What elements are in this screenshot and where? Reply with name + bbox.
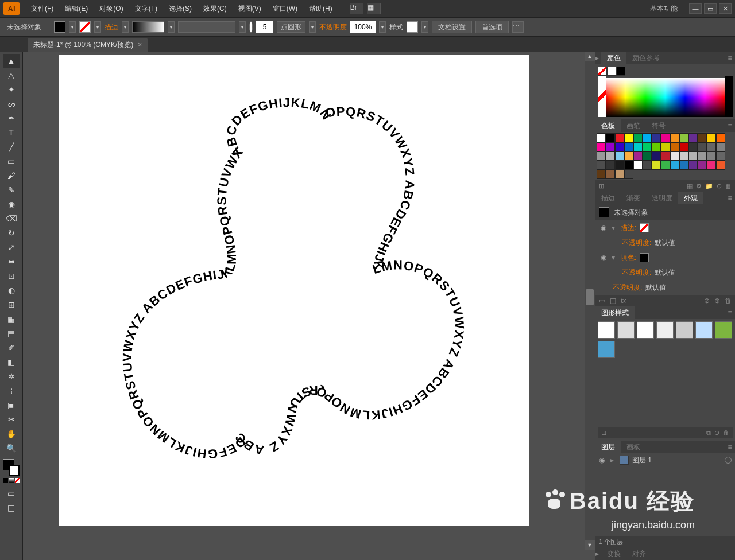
new-style-icon[interactable]: ⊕	[714, 429, 719, 437]
style-lib-icon[interactable]: ⊞	[601, 429, 606, 437]
swatch-cell[interactable]	[652, 161, 661, 170]
swatch-cell[interactable]	[679, 151, 688, 161]
slice-tool[interactable]: ✂	[3, 413, 20, 426]
swatch-cell[interactable]	[606, 133, 615, 142]
swatch-cell[interactable]	[688, 133, 698, 142]
zoom-tool[interactable]: 🔍	[3, 441, 20, 455]
path-text[interactable]: ABCDEFGHIJKLMNOPQRSTUVWXYZ ABCDEFGHIJKLM…	[59, 55, 467, 461]
swatch-cell[interactable]	[670, 151, 679, 161]
minimize-button[interactable]: —	[689, 3, 702, 14]
swatch-cell[interactable]	[679, 161, 688, 170]
overflow-icon[interactable]: ⋯	[512, 21, 524, 33]
color-tab[interactable]: 颜色	[601, 52, 626, 64]
no-fill-icon[interactable]	[598, 67, 607, 76]
scale-tool[interactable]: ⤢	[3, 240, 20, 254]
workspace-switcher[interactable]: 基本功能	[644, 4, 683, 14]
swatch-cell[interactable]	[652, 142, 661, 151]
stroke-dropdown[interactable]: ▾	[94, 21, 101, 33]
swatch-cell[interactable]	[643, 133, 652, 142]
color-spectrum[interactable]	[606, 78, 725, 117]
break-link-icon[interactable]: ⧉	[706, 429, 711, 437]
swatch-cell[interactable]	[670, 161, 679, 170]
panel-menu-icon[interactable]: ≡	[725, 54, 735, 62]
align-tab[interactable]: 对齐	[626, 547, 652, 560]
layer-row[interactable]: ◉ ▸ 图层 1	[595, 453, 735, 467]
stroke-profile[interactable]: 点圆形	[277, 21, 305, 33]
swatch-cell[interactable]	[670, 142, 679, 151]
bridge-icon[interactable]: Br	[350, 3, 363, 14]
swatch-cell[interactable]	[679, 133, 688, 142]
menu-type[interactable]: 文字(T)	[129, 4, 163, 14]
menu-edit[interactable]: 编辑(E)	[59, 4, 94, 14]
swatch-cell[interactable]	[606, 170, 615, 179]
graphic-style-thumb[interactable]	[695, 321, 713, 339]
graphic-styles-tab[interactable]: 图形样式	[595, 306, 635, 319]
swatch-cell[interactable]	[698, 161, 707, 170]
graphic-style-thumb[interactable]	[676, 321, 693, 339]
free-transform-tool[interactable]: ⊡	[3, 269, 20, 283]
visibility-icon[interactable]: ◉	[599, 224, 608, 232]
swatch-cell[interactable]	[597, 133, 606, 142]
canvas-area[interactable]: ABCDEFGHIJKLMNOPQRSTUVWXYZ ABCDEFGHIJKLM…	[23, 52, 595, 560]
paintbrush-tool[interactable]: 🖌	[3, 169, 20, 182]
transform-tab[interactable]: 变换	[601, 547, 626, 560]
delete-style-icon[interactable]: 🗑	[723, 429, 729, 436]
width-tool[interactable]: ⇔	[3, 255, 20, 269]
swatch-cell[interactable]	[643, 142, 652, 151]
swatch-cell[interactable]	[624, 161, 633, 170]
swatch-cell[interactable]	[606, 151, 615, 161]
swatch-cell[interactable]	[643, 161, 652, 170]
menu-view[interactable]: 视图(V)	[233, 4, 267, 14]
pen-tool[interactable]: ✒	[3, 111, 20, 125]
swatch-cell[interactable]	[661, 161, 670, 170]
swatch-cell[interactable]	[661, 151, 670, 161]
mesh-tool[interactable]: ▦	[3, 312, 20, 326]
close-button[interactable]: ✕	[719, 3, 732, 14]
layer-visibility-icon[interactable]: ◉	[599, 456, 607, 464]
swatch-options-icon[interactable]: ⚙	[696, 182, 702, 190]
swatch-cell[interactable]	[624, 142, 633, 151]
swatch-cell[interactable]	[633, 161, 643, 170]
symbols-tab[interactable]: 符号	[646, 119, 671, 132]
menu-help[interactable]: 帮助(H)	[303, 4, 338, 14]
blob-brush-tool[interactable]: ◉	[3, 197, 20, 211]
swatch-cell[interactable]	[698, 151, 707, 161]
swatch-cell[interactable]	[606, 161, 615, 170]
swatch-cell[interactable]	[670, 133, 679, 142]
shape-builder-tool[interactable]: ◐	[3, 283, 20, 297]
fill-color-swatch[interactable]	[640, 253, 649, 262]
menu-window[interactable]: 窗口(W)	[267, 4, 303, 14]
swatches-tab[interactable]: 色板	[595, 119, 621, 132]
dup-icon[interactable]: ⊕	[714, 297, 720, 305]
lasso-tool[interactable]: ᔕ	[3, 97, 20, 111]
close-tab-icon[interactable]: ×	[138, 41, 142, 49]
stroke-label[interactable]: 描边	[105, 22, 118, 32]
eyedropper-tool[interactable]: ✐	[3, 341, 20, 355]
swatch-cell[interactable]	[661, 142, 670, 151]
stroke-swatch[interactable]	[79, 21, 91, 33]
swatch-cell[interactable]	[688, 161, 698, 170]
swatch-cell[interactable]	[624, 170, 633, 179]
swatch-cell[interactable]	[716, 161, 725, 170]
vertical-scrollbar[interactable]: ▲ ▼	[585, 52, 595, 550]
swatch-cell[interactable]	[716, 133, 725, 142]
fill-swatch[interactable]	[54, 21, 65, 33]
graphic-style-thumb[interactable]	[637, 321, 654, 339]
swatch-cell[interactable]	[652, 133, 661, 142]
swatch-cell[interactable]	[615, 151, 624, 161]
fill-dropdown[interactable]: ▾	[69, 21, 76, 33]
symbol-sprayer-tool[interactable]: ✲	[3, 370, 20, 383]
delete-swatch-icon[interactable]: 🗑	[725, 182, 732, 189]
artboard-tool[interactable]: ▣	[3, 398, 20, 412]
swatch-cell[interactable]	[615, 133, 624, 142]
swatch-cell[interactable]	[633, 151, 643, 161]
swatch-cell[interactable]	[652, 151, 661, 161]
new-group-icon[interactable]: 📁	[705, 182, 713, 190]
swatch-cell[interactable]	[624, 151, 633, 161]
swatch-cell[interactable]	[716, 151, 725, 161]
graphic-style-thumb[interactable]	[715, 321, 732, 339]
swatch-kind-icon[interactable]: ▦	[687, 182, 693, 190]
swatch-cell[interactable]	[661, 133, 670, 142]
swatch-cell[interactable]	[707, 151, 716, 161]
swatch-cell[interactable]	[707, 161, 716, 170]
